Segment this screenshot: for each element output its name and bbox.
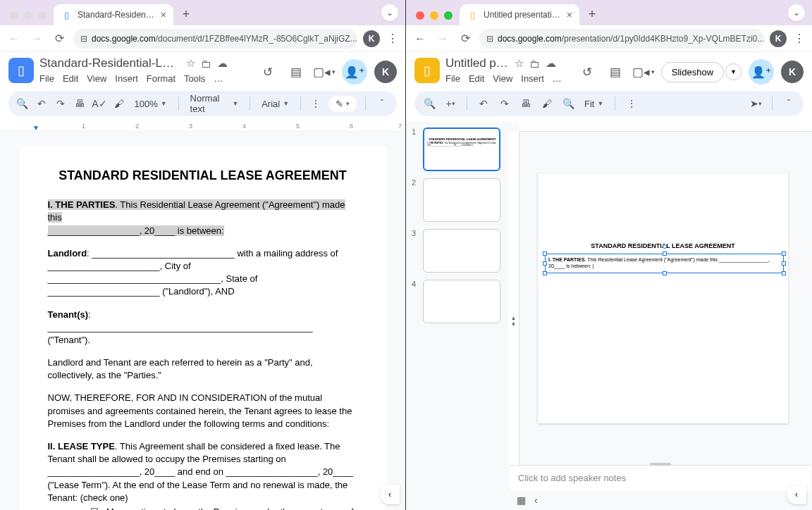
style-select[interactable]: Normal text▼	[187, 93, 242, 114]
print-icon[interactable]: 🖶	[518, 96, 534, 111]
back-button[interactable]: ←	[412, 30, 429, 47]
account-avatar[interactable]: K	[374, 61, 397, 83]
menu-view[interactable]: View	[493, 73, 512, 84]
rotate-handle[interactable]	[663, 244, 667, 249]
window-close[interactable]	[10, 11, 18, 20]
menu-more[interactable]: …	[214, 73, 223, 84]
editing-mode-button[interactable]: ✎ ▾	[328, 96, 357, 112]
resize-handle[interactable]	[663, 251, 667, 256]
slide-thumb-3[interactable]	[423, 229, 500, 273]
new-tab-button[interactable]: +	[176, 4, 196, 24]
slide-panel[interactable]: 1 STANDARD RESIDENTIAL LEASE AGREEMENTI.…	[406, 122, 508, 510]
zoom-icon[interactable]: 🔍	[560, 96, 576, 111]
menu-insert[interactable]: Insert	[521, 73, 544, 84]
site-info-icon[interactable]: ⊟	[80, 34, 87, 44]
menu-file[interactable]: File	[39, 73, 54, 84]
slide-canvas[interactable]: STANDARD RESIDENTIAL LEASE AGREEMENT I. …	[538, 173, 788, 423]
reload-button[interactable]: ⟳	[457, 30, 474, 47]
window-close[interactable]	[416, 11, 424, 20]
tabs-dropdown-icon[interactable]: ⌄	[381, 4, 398, 21]
drag-handle[interactable]	[650, 463, 671, 466]
redo-icon[interactable]: ↷	[54, 96, 67, 111]
font-select[interactable]: Arial▼	[259, 99, 292, 109]
slides-logo-icon[interactable]: ▯	[414, 58, 440, 83]
comments-icon[interactable]: ▤	[605, 61, 626, 82]
slide-thumb-2[interactable]	[423, 178, 500, 222]
zoom-select[interactable]: Fit▼	[582, 99, 606, 109]
resize-handle[interactable]	[543, 261, 547, 266]
browser-tab[interactable]: ▯ Standard-Residential-Lease- ×	[54, 4, 173, 25]
undo-icon[interactable]: ↶	[476, 96, 491, 111]
document-area[interactable]: STANDARD RESIDENTIAL LEASE AGREEMENT I. …	[0, 132, 405, 510]
browser-tab[interactable]: ▯ Untitled presentation - Googl ×	[460, 4, 579, 25]
browser-menu-icon[interactable]: ⋮	[386, 32, 400, 45]
menu-tools[interactable]: Tools	[184, 73, 205, 84]
tabs-dropdown-icon[interactable]: ⌄	[788, 4, 805, 21]
grid-view-icon[interactable]: ▦	[517, 495, 526, 506]
slide-textbox-selected[interactable]: I. THE PARTIES. This Residential Lease A…	[545, 254, 784, 273]
url-input[interactable]: ⊟ docs.google.com/document/d/1FZBffee4lY…	[73, 29, 357, 49]
paint-format-icon[interactable]: 🖌	[539, 96, 555, 111]
share-button[interactable]: 👤⁺	[749, 59, 774, 85]
slide-stage[interactable]: STANDARD RESIDENTIAL LEASE AGREEMENT I. …	[519, 132, 812, 465]
slideshow-dropdown[interactable]: ▼	[725, 63, 742, 80]
reload-button[interactable]: ⟳	[51, 30, 68, 47]
spellcheck-icon[interactable]: A✓	[92, 96, 106, 111]
forward-button[interactable]: →	[434, 30, 451, 47]
history-icon[interactable]: ↺	[577, 61, 598, 82]
slide-thumb-4[interactable]	[423, 280, 500, 323]
more-toolbar-icon[interactable]: ⋮	[309, 96, 323, 111]
back-button[interactable]: ←	[6, 30, 23, 47]
menu-more[interactable]: …	[553, 73, 562, 84]
zoom-select[interactable]: 100%▼	[132, 99, 170, 109]
browser-menu-icon[interactable]: ⋮	[792, 32, 806, 45]
move-icon[interactable]: 🗀	[529, 58, 540, 70]
menu-view[interactable]: View	[87, 73, 106, 84]
search-icon[interactable]: 🔍	[422, 96, 437, 111]
document-page[interactable]: STANDARD RESIDENTIAL LEASE AGREEMENT I. …	[20, 146, 386, 510]
star-icon[interactable]: ☆	[515, 57, 524, 70]
share-button[interactable]: 👤⁺	[342, 59, 367, 85]
collapse-icon[interactable]: ˆ	[374, 96, 390, 111]
resize-handle[interactable]	[782, 261, 786, 266]
forward-button[interactable]: →	[28, 30, 45, 47]
site-info-icon[interactable]: ⊟	[486, 34, 493, 44]
comments-icon[interactable]: ▤	[285, 61, 307, 82]
explore-button[interactable]: ‹	[380, 485, 400, 504]
menu-format[interactable]: Format	[147, 73, 176, 84]
new-slide-icon[interactable]: + ▾	[443, 96, 458, 111]
speaker-notes[interactable]: Click to add speaker notes	[510, 465, 811, 490]
slide-thumb-1[interactable]: STANDARD RESIDENTIAL LEASE AGREEMENTI. T…	[423, 128, 500, 171]
cloud-icon[interactable]: ☁	[546, 57, 556, 70]
url-input[interactable]: ⊟ docs.google.com/presentation/d/1py0Idd…	[479, 29, 764, 49]
close-icon[interactable]: ×	[161, 9, 166, 20]
move-icon[interactable]: 🗀	[201, 58, 211, 70]
window-minimize[interactable]	[430, 11, 438, 20]
profile-avatar[interactable]: K	[770, 30, 787, 47]
window-maximize[interactable]	[38, 11, 47, 20]
print-icon[interactable]: 🖶	[73, 96, 86, 111]
account-avatar[interactable]: K	[781, 61, 804, 83]
resize-handle[interactable]	[543, 251, 547, 256]
resize-handle[interactable]	[782, 271, 786, 275]
menu-insert[interactable]: Insert	[115, 73, 138, 84]
resize-handle[interactable]	[782, 251, 786, 256]
explore-button[interactable]: ‹	[787, 485, 806, 504]
slideshow-button[interactable]: Slideshow	[661, 62, 724, 82]
menu-file[interactable]: File	[445, 73, 460, 84]
cursor-icon[interactable]: ➤ ▾	[748, 96, 763, 111]
collapse-icon[interactable]: ˆ	[781, 96, 796, 111]
search-icon[interactable]: 🔍	[16, 96, 29, 111]
redo-icon[interactable]: ↷	[497, 96, 512, 111]
resize-handle[interactable]	[663, 271, 667, 275]
resize-handle[interactable]	[543, 271, 547, 275]
undo-icon[interactable]: ↶	[35, 96, 48, 111]
document-title[interactable]: Standard-Residential-Lease-A...	[39, 56, 180, 70]
meet-button[interactable]: ▢◂▾	[633, 61, 654, 82]
paint-format-icon[interactable]: 🖌	[113, 96, 126, 111]
meet-button[interactable]: ▢◂▾	[314, 61, 335, 82]
close-icon[interactable]: ×	[567, 9, 572, 20]
new-tab-button[interactable]: +	[582, 4, 602, 24]
profile-avatar[interactable]: K	[363, 30, 380, 47]
history-icon[interactable]: ↺	[257, 61, 278, 82]
